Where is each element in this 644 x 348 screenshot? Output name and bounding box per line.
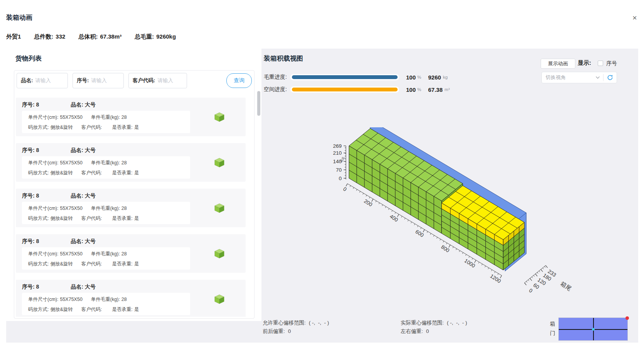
progress-unit: kg <box>443 75 448 79</box>
door-corner-dot <box>625 316 629 320</box>
cargo-card-header: 序号: 8品名: 大号 <box>22 284 96 291</box>
box-3d-icon <box>213 294 225 304</box>
svg-text:箱尾: 箱尾 <box>560 280 573 292</box>
cargo-card-detail: 单件尺寸(cm):55X75X50单件毛重(kg):28 码放方式:侧放&旋转客… <box>22 293 190 315</box>
query-button[interactable]: 查询 <box>226 73 252 88</box>
switch-view-select[interactable]: 切换视角 <box>541 72 617 83</box>
box-3d-icon <box>213 111 225 122</box>
front-rear-bias: 前后偏重:0 <box>263 328 291 335</box>
progress-bar <box>292 75 398 79</box>
display-label: 显示: <box>578 59 591 67</box>
actual-cg-offset: 实际重心偏移范围:( -, -, - ) <box>401 319 467 326</box>
progress-rows: 毛重进度:100%9260kg空间进度:100%67.38m³ <box>264 71 480 96</box>
client-code-input[interactable]: 客户代码:请输入 <box>128 73 187 88</box>
percent-sign: % <box>417 75 421 79</box>
show-animation-button[interactable]: 展示动画 <box>541 59 575 69</box>
svg-text:箱高: 箱高 <box>339 156 346 163</box>
cargo-card-detail: 单件尺寸(cm):55X75X50单件毛重(kg):28 码放方式:侧放&旋转客… <box>22 111 190 133</box>
refresh-icon[interactable] <box>607 74 614 81</box>
total-volume: 总体积:67.38m³ <box>76 33 121 41</box>
sequence-checkbox[interactable] <box>598 61 603 66</box>
cargo-card[interactable]: 序号: 8品名: 大号 单件尺寸(cm):55X75X50单件毛重(kg):28… <box>16 280 246 317</box>
door-label: 箱门 <box>550 319 556 338</box>
dialog-body: 货物列表 品名:请输入 序号:请输入 客户代码:请输入 查询 序号: 8品名: … <box>6 49 638 343</box>
divider <box>603 74 604 81</box>
svg-text:600: 600 <box>414 229 425 238</box>
cargo-card-detail: 单件尺寸(cm):55X75X50单件毛重(kg):28 码放方式:侧放&旋转客… <box>22 156 190 179</box>
chevron-down-icon <box>595 76 600 79</box>
progress-row-0: 毛重进度:100%9260kg <box>264 71 480 83</box>
svg-text:70: 70 <box>336 167 342 173</box>
svg-text:210: 210 <box>333 150 342 156</box>
progress-value: 67.38 <box>428 86 443 93</box>
progress-percent: 100 <box>406 86 416 93</box>
svg-text:269: 269 <box>333 143 342 149</box>
search-row: 品名:请输入 序号:请输入 客户代码:请输入 查询 <box>14 71 254 91</box>
svg-text:200: 200 <box>363 198 373 208</box>
progress-label: 空间进度: <box>264 86 290 93</box>
svg-text:0: 0 <box>528 287 533 294</box>
summary-bar: 外贸1 总件数:332 总体积:67.38m³ 总毛重:9260kg <box>6 33 176 41</box>
progress-label: 毛重进度: <box>264 74 290 81</box>
progress-percent: 100 <box>406 74 416 81</box>
total-count: 总件数:332 <box>32 33 65 41</box>
progress-bar <box>292 88 398 91</box>
load-view-title: 装箱积载视图 <box>264 54 303 63</box>
cargo-card-header: 序号: 8品名: 大号 <box>22 147 96 154</box>
cargo-list-container: 品名:请输入 序号:请输入 客户代码:请输入 查询 序号: 8品名: 大号 单件… <box>14 70 255 319</box>
cargo-card-header: 序号: 8品名: 大号 <box>22 238 96 245</box>
sequence-input[interactable]: 序号:请输入 <box>72 73 124 88</box>
progress-value: 9260 <box>428 74 441 81</box>
progress-track <box>290 74 399 80</box>
svg-text:400: 400 <box>389 213 399 223</box>
svg-text:0: 0 <box>342 186 347 193</box>
box-3d-icon <box>213 203 225 213</box>
box-3d-icon <box>213 157 225 168</box>
cargo-card-header: 序号: 8品名: 大号 <box>22 193 96 199</box>
left-right-bias: 左右偏重:0 <box>401 328 429 335</box>
page-title: 装箱动画 <box>6 13 32 22</box>
cargo-list-panel: 货物列表 品名:请输入 序号:请输入 客户代码:请输入 查询 序号: 8品名: … <box>6 49 261 321</box>
close-icon[interactable]: × <box>632 14 637 22</box>
door-center-dot <box>592 328 595 331</box>
cargo-card[interactable]: 序号: 8品名: 大号 单件尺寸(cm):55X75X50单件毛重(kg):28… <box>16 234 246 273</box>
progress-row-1: 空间进度:100%67.38m³ <box>264 83 480 96</box>
progress-track <box>290 86 399 93</box>
product-name-input[interactable]: 品名:请输入 <box>17 73 68 88</box>
box-3d-icon <box>213 248 225 259</box>
order-name: 外贸1 <box>6 33 21 41</box>
door-position-diagram <box>558 318 628 341</box>
progress-unit: m³ <box>445 87 450 92</box>
load-view-panel: 装箱积载视图 毛重进度:100%9260kg空间进度:100%67.38m³ 展… <box>264 49 638 343</box>
cargo-card[interactable]: 序号: 8品名: 大号 单件尺寸(cm):55X75X50单件毛重(kg):28… <box>16 189 246 227</box>
list-scrollbar[interactable] <box>257 91 260 116</box>
cargo-list-title: 货物列表 <box>15 54 42 63</box>
cargo-card-list: 序号: 8品名: 大号 单件尺寸(cm):55X75X50单件毛重(kg):28… <box>16 97 246 317</box>
cargo-card[interactable]: 序号: 8品名: 大号 单件尺寸(cm):55X75X50单件毛重(kg):28… <box>16 143 246 182</box>
svg-text:0: 0 <box>339 176 342 181</box>
cargo-card[interactable]: 序号: 8品名: 大号 单件尺寸(cm):55X75X50单件毛重(kg):28… <box>16 98 246 136</box>
cargo-card-detail: 单件尺寸(cm):55X75X50单件毛重(kg):28 码放方式:侧放&旋转客… <box>22 202 190 224</box>
container-3d-plot[interactable]: 070140210269箱高02004006008001000120006012… <box>247 127 609 320</box>
cargo-card-detail: 单件尺寸(cm):55X75X50单件毛重(kg):28 码放方式:侧放&旋转客… <box>22 247 190 270</box>
cargo-card-header: 序号: 8品名: 大号 <box>22 101 96 108</box>
svg-text:800: 800 <box>440 244 450 253</box>
allowed-cg-offset: 允许重心偏移范围:( -, -, - ) <box>263 319 329 326</box>
percent-sign: % <box>417 87 421 92</box>
sequence-checkbox-label: 序号 <box>606 60 617 67</box>
total-weight: 总毛重:9260kg <box>132 33 176 41</box>
